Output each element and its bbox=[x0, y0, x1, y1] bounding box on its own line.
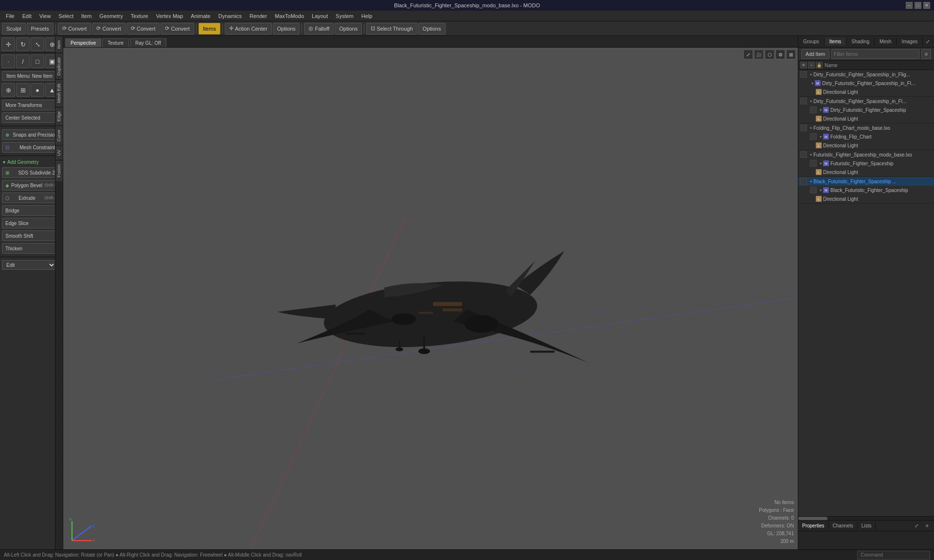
menu-geometry[interactable]: Geometry bbox=[95, 12, 126, 20]
eye-col-icon[interactable]: 👁 bbox=[800, 62, 807, 69]
world-icon[interactable]: ⊕ bbox=[1, 83, 15, 97]
menu-edit[interactable]: Edit bbox=[18, 12, 36, 20]
item-row-g5-mesh[interactable]: ▾ M Black_Futuristic_Fighter_Spaceship bbox=[798, 186, 934, 194]
convert3-button[interactable]: ⟳ Convert bbox=[126, 23, 160, 35]
item-list-scrollbar[interactable] bbox=[798, 516, 934, 520]
rpb-tab-properties[interactable]: Properties bbox=[798, 522, 829, 529]
minimize-button[interactable]: – bbox=[906, 2, 913, 9]
vis-icon-g4[interactable] bbox=[800, 151, 807, 158]
sds-subdivide-button[interactable]: ⊞ SDS Subdivide 2x bbox=[2, 167, 61, 178]
menu-select[interactable]: Select bbox=[54, 12, 77, 20]
item-row-g5-light[interactable]: L Directional Light bbox=[798, 194, 934, 203]
lock-col-icon[interactable]: 🔒 bbox=[816, 62, 823, 69]
rp-tab-mesh[interactable]: Mesh bbox=[875, 37, 897, 46]
item-row-g1-light[interactable]: L Directional Light bbox=[798, 88, 934, 96]
sculpt-button[interactable]: Sculpt bbox=[2, 23, 26, 35]
items-button[interactable]: Items bbox=[198, 23, 220, 35]
options3-button[interactable]: Options bbox=[418, 23, 446, 35]
menu-maxtomodo[interactable]: MaxToModo bbox=[271, 12, 308, 20]
item-row-g4-light[interactable]: L Directional Light bbox=[798, 168, 934, 176]
vis-icon-g2-mesh[interactable] bbox=[810, 106, 817, 113]
rp-tab-items[interactable]: Items bbox=[825, 37, 846, 46]
bridge-button[interactable]: Bridge bbox=[2, 205, 61, 216]
side-tab-duplicate[interactable]: Duplicate bbox=[55, 53, 63, 80]
thicken-button[interactable]: Thicken bbox=[2, 243, 61, 254]
convert1-button[interactable]: ⟳ Convert bbox=[58, 23, 91, 35]
more-transforms-button[interactable]: More Transforms ▾ bbox=[2, 100, 61, 110]
side-tab-uv[interactable]: UV bbox=[55, 145, 63, 160]
side-tab-item[interactable]: Item bbox=[55, 36, 63, 53]
smooth-shift-button[interactable]: Smooth Shift bbox=[2, 230, 61, 241]
rp-icon-expand[interactable]: ⤢ bbox=[923, 37, 933, 47]
edit-select[interactable]: Edit bbox=[2, 260, 56, 270]
menu-render[interactable]: Render bbox=[246, 12, 271, 20]
item-menu-select[interactable]: Item Menu: New Item bbox=[2, 71, 63, 81]
falloff-button[interactable]: ◎ Falloff bbox=[304, 23, 334, 35]
mesh-constraints-button[interactable]: ⊡ Mesh Constraints bbox=[2, 142, 61, 153]
side-tab-curve[interactable]: Curve bbox=[55, 125, 63, 145]
edge-slice-button[interactable]: Edge Slice bbox=[2, 218, 61, 228]
item-row-g4-mesh[interactable]: ▾ M Futuristic_Fighter_Spaceship bbox=[798, 159, 934, 168]
item-row-g2-light[interactable]: L Directional Light bbox=[798, 114, 934, 123]
viewport-tab-perspective[interactable]: Perspective bbox=[65, 38, 101, 47]
close-button[interactable]: ✕ bbox=[923, 2, 930, 9]
menu-item[interactable]: Item bbox=[77, 12, 95, 20]
presets-button[interactable]: Presets bbox=[27, 23, 54, 35]
menu-texture[interactable]: Texture bbox=[127, 12, 152, 20]
item-row-g1-mesh[interactable]: ▾ M Dirty_Futuristic_Fighter_Spaceship_i… bbox=[798, 79, 934, 88]
vis-icon-g3[interactable] bbox=[800, 124, 807, 131]
item-row-group5[interactable]: ▾ Black_Futuristic_Fighter_Spaceship ... bbox=[798, 177, 934, 186]
vis-icon-g1[interactable] bbox=[800, 71, 807, 78]
side-tab-mesh-edit[interactable]: Mesh Edit bbox=[55, 79, 63, 107]
vis-icon-g2[interactable] bbox=[800, 98, 807, 105]
options1-button[interactable]: Options bbox=[273, 23, 300, 35]
snaps-precision-button[interactable]: ⊕ Snaps and Precision bbox=[2, 129, 61, 140]
grid-icon[interactable]: ⊞ bbox=[16, 83, 30, 97]
item-row-group3[interactable]: ▾ Folding_Flip_Chart_modo_base.lxo bbox=[798, 123, 934, 132]
filter-items-input[interactable] bbox=[831, 49, 919, 59]
viewport-tab-texture[interactable]: Texture bbox=[102, 38, 129, 47]
rpb-icon-settings[interactable]: ≡ bbox=[922, 521, 932, 531]
convert2-button[interactable]: ⟳ Convert bbox=[92, 23, 126, 35]
command-input[interactable] bbox=[857, 551, 930, 560]
menu-file[interactable]: File bbox=[2, 12, 18, 20]
side-tab-edge[interactable]: Edge bbox=[55, 107, 63, 125]
rpb-icon-expand[interactable]: ⤢ bbox=[912, 521, 921, 531]
center-selected-button[interactable]: Center Selected ▾ bbox=[2, 112, 61, 123]
move-tool-icon[interactable]: ✛ bbox=[1, 37, 15, 51]
select-faces-icon[interactable]: □ bbox=[31, 54, 44, 68]
item-row-group2[interactable]: ▾ Dirty_Futuristic_Fighter_Spaceship_in_… bbox=[798, 97, 934, 105]
scale-tool-icon[interactable]: ⤡ bbox=[31, 37, 44, 51]
item-list-content[interactable]: ▾ Dirty_Futuristic_Fighter_Spaceship_in_… bbox=[798, 70, 934, 516]
menu-view[interactable]: View bbox=[36, 12, 55, 20]
vp-ctrl-settings[interactable]: ⚙ bbox=[775, 50, 785, 59]
maximize-button[interactable]: □ bbox=[915, 2, 921, 9]
menu-animate[interactable]: Animate bbox=[187, 12, 214, 20]
side-tab-fusion[interactable]: Fusion bbox=[55, 160, 63, 181]
rp-tab-images[interactable]: Images bbox=[897, 37, 923, 46]
menu-vertex-map[interactable]: Vertex Map bbox=[152, 12, 187, 20]
viewport-canvas[interactable]: ⤢ 🎥 ⬡ ⚙ ⊞ Z X Y bbox=[63, 48, 798, 549]
item-row-group4[interactable]: ▾ Futuristic_Fighter_Spaceship_modo_base… bbox=[798, 150, 934, 159]
vis-icon-g3-mesh[interactable] bbox=[810, 133, 817, 140]
rp-tab-shading[interactable]: Shading bbox=[846, 37, 875, 46]
select-through-button[interactable]: ⊡ Select Through bbox=[366, 23, 417, 35]
rp-tab-groups[interactable]: Groups bbox=[798, 37, 825, 46]
vis-icon-g5[interactable] bbox=[800, 178, 807, 185]
scrollbar-thumb[interactable] bbox=[798, 517, 827, 520]
select-vertices-icon[interactable]: · bbox=[1, 54, 15, 68]
extrude-button[interactable]: ⬡ Extrude Shift-X bbox=[2, 192, 61, 203]
vp-ctrl-maximize[interactable]: ⤢ bbox=[743, 50, 753, 59]
item-row-g3-light[interactable]: L Directional Light bbox=[798, 141, 934, 150]
viewport-tab-raygl[interactable]: Ray GL: Off bbox=[130, 38, 166, 47]
filter-btn[interactable]: ≡ bbox=[921, 49, 931, 59]
menu-system[interactable]: System bbox=[332, 12, 358, 20]
vp-ctrl-grid[interactable]: ⊞ bbox=[786, 50, 796, 59]
menu-dynamics[interactable]: Dynamics bbox=[215, 12, 246, 20]
add-geometry-label[interactable]: ▾ Add Geometry bbox=[0, 158, 63, 166]
vp-ctrl-render[interactable]: ⬡ bbox=[765, 50, 774, 59]
menu-help[interactable]: Help bbox=[358, 12, 377, 20]
vp-ctrl-camera[interactable]: 🎥 bbox=[754, 50, 764, 59]
rpb-tab-channels[interactable]: Channels bbox=[829, 522, 858, 529]
convert4-button[interactable]: ⟳ Convert bbox=[161, 23, 194, 35]
